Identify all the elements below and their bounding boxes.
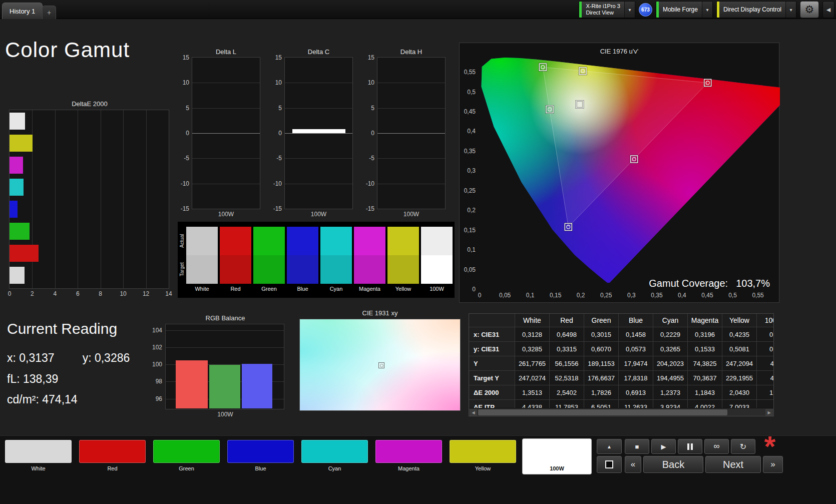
gridline [146, 110, 147, 288]
source-selector[interactable]: Mobile Forge ▾ [656, 1, 713, 18]
table-cell: 176,6637 [584, 371, 619, 385]
pattern-button-magenta[interactable]: Magenta [374, 439, 443, 474]
chevron-down-icon[interactable]: ▾ [785, 2, 796, 18]
y-tick-label: -10 [366, 180, 374, 187]
pattern-button-yellow[interactable]: Yellow [449, 439, 517, 474]
meter-selector[interactable]: X-Rite i1Pro 3 Direct View ▾ [579, 1, 635, 18]
row-label-actual: Actual [178, 227, 185, 255]
display-control-selector[interactable]: Direct Display Control ▾ [716, 1, 796, 18]
y-axis: 151050-5-10-15 [174, 57, 192, 209]
gamut-coverage-label: Gamut Coverage: [649, 278, 728, 289]
cie1931-marker [378, 362, 384, 368]
pattern-button-green[interactable]: Green [152, 439, 221, 474]
swatch-actual [186, 227, 218, 255]
notification-asterisk-icon[interactable]: * [757, 435, 783, 458]
pattern-label: Blue [226, 465, 295, 471]
gridline [78, 110, 78, 288]
zero-line [377, 133, 445, 134]
chevron-down-icon[interactable]: ▾ [702, 2, 712, 18]
rgb-balance-chart: RGB Balance 1041021009896 100W [146, 314, 285, 418]
delta-plot [377, 57, 446, 209]
swatch-target [320, 255, 352, 284]
table-cell: 0,6070 [584, 342, 619, 356]
swatch-blue: Blue [287, 222, 318, 298]
refresh-button[interactable]: ↻ [731, 439, 755, 454]
delta-chart-delta-l: Delta L151050-5-10-15100W [174, 48, 260, 218]
back-chevron-button[interactable]: « [625, 456, 641, 473]
row-label--e-2000: ΔE 2000 [469, 385, 515, 400]
reading-cdm2: cd/m²: 474,14 [7, 393, 157, 406]
gridline [123, 110, 124, 288]
gamut-coverage-value: 103,7% [736, 278, 770, 289]
reading-x: x: 0,3137 [7, 351, 55, 365]
table-horizontal-scrollbar[interactable]: ◀ ▶ [469, 408, 773, 416]
add-tab-button[interactable]: + [42, 6, 56, 19]
swatch-label: Cyan [320, 286, 352, 292]
pattern-button-100w[interactable]: 100W [523, 439, 591, 474]
play-button[interactable]: ▶ [651, 439, 676, 454]
reading-y: y: 0,3286 [83, 351, 130, 365]
table-cell: 247,2094 [722, 356, 757, 371]
deltae2000-chart: DeltaE 2000 02468101214 [9, 100, 170, 298]
pause-button[interactable] [678, 439, 702, 454]
swatch-actual [320, 227, 352, 255]
continuous-read-button[interactable]: ∞ [704, 439, 729, 454]
deltae-bar-white [10, 113, 25, 130]
top-right-toolbar: X-Rite i1Pro 3 Direct View ▾ 673 Mobile … [579, 1, 834, 18]
table-cell: 1,2373 [653, 385, 688, 400]
swatch-label: 100W [421, 286, 453, 292]
table-cell: 0,3128 [515, 327, 550, 342]
scroll-right-icon[interactable]: ▶ [765, 409, 773, 416]
pattern-up-button[interactable]: ▲ [597, 439, 622, 454]
y-axis: 151050-5-10-15 [359, 57, 377, 209]
y-tick-label: 104 [152, 327, 162, 334]
pattern-label: Green [152, 465, 221, 471]
pattern-button-red[interactable]: Red [78, 439, 147, 474]
table-cell: 0,3315 [550, 342, 584, 356]
gridline [192, 184, 260, 184]
swatch-target [354, 255, 385, 284]
pattern-label: White [4, 465, 73, 471]
column-header-blue: Blue [619, 314, 653, 327]
gridline [377, 108, 445, 109]
swatch-label: Magenta [354, 286, 385, 292]
column-header-yellow: Yellow [722, 314, 757, 327]
back-button[interactable]: Back [643, 456, 703, 473]
page-title: Color Gamut [5, 38, 130, 62]
column-header-100w: 100W [757, 314, 774, 327]
gridline [285, 108, 352, 109]
pattern-window-button[interactable] [597, 456, 622, 473]
pattern-button-white[interactable]: White [4, 439, 73, 474]
zero-line [192, 133, 260, 134]
deltae-bar-green [10, 223, 30, 240]
y-tick-label: 5 [278, 105, 282, 112]
x-tick-label: 0,05 [499, 292, 511, 299]
collapse-panel-button[interactable]: ◀ [822, 1, 834, 18]
gridline [377, 184, 445, 184]
stop-button[interactable]: ■ [625, 439, 649, 454]
pattern-label: Red [78, 465, 147, 471]
table-cell: 194,4955 [653, 371, 688, 385]
pattern-label: Magenta [374, 465, 443, 471]
table-corner [469, 314, 515, 327]
deltae2000-plot [9, 110, 169, 289]
next-button[interactable]: Next [705, 456, 761, 473]
scroll-left-icon[interactable]: ◀ [470, 409, 477, 416]
table-cell: 47 [757, 356, 774, 371]
pattern-swatch [375, 440, 442, 463]
table-cell: 1,0 [757, 385, 774, 400]
chevron-down-icon[interactable]: ▾ [624, 2, 635, 18]
rgb-bar-red [176, 360, 208, 408]
tab-history-1[interactable]: History 1 [2, 3, 43, 19]
pattern-swatch [153, 440, 220, 463]
settings-button[interactable]: ⚙ [800, 1, 819, 18]
rgb-bar-green [209, 365, 240, 408]
next-chevron-button[interactable]: » [763, 456, 783, 473]
row-label-y-cie31: y: CIE31 [469, 342, 515, 356]
scrollbar-thumb[interactable] [478, 409, 727, 415]
pattern-button-cyan[interactable]: Cyan [300, 439, 369, 474]
play-icon: ▶ [661, 443, 666, 450]
display-control-name: Direct Display Control [723, 7, 781, 13]
pattern-button-blue[interactable]: Blue [226, 439, 295, 474]
rgb-balance-title: RGB Balance [146, 314, 285, 322]
